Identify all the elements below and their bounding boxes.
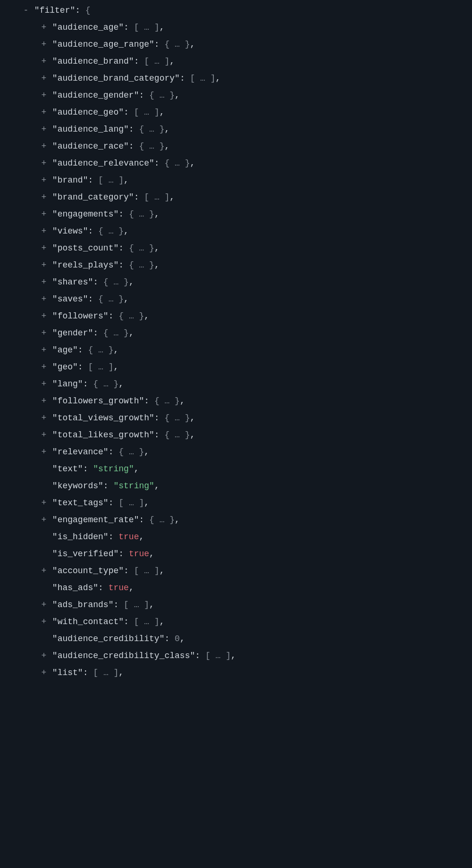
expand-icon[interactable]: + <box>41 409 47 426</box>
collapsed-placeholder[interactable]: { … } <box>118 311 144 321</box>
collapsed-placeholder[interactable]: { … } <box>98 294 124 304</box>
json-property-line: "is_verified": true, <box>0 545 472 562</box>
json-property-line: + "audience_relevance": { … }, <box>0 155 472 172</box>
json-property-line: + "audience_age_range": { … }, <box>0 36 472 53</box>
expand-icon[interactable]: + <box>41 138 47 155</box>
collapsed-placeholder[interactable]: { … } <box>98 226 124 236</box>
json-key: audience_geo <box>58 108 119 117</box>
collapsed-placeholder[interactable]: [ … ] <box>144 57 169 66</box>
brace-open: { <box>85 6 91 15</box>
expand-icon[interactable]: + <box>41 511 47 528</box>
json-key: reels_plays <box>58 260 114 270</box>
trailing-comma: , <box>154 260 160 270</box>
json-key: audience_brand <box>58 57 129 66</box>
trailing-comma: , <box>175 515 180 525</box>
json-key: age <box>58 345 73 355</box>
trailing-comma: , <box>154 481 160 491</box>
json-key: engagements <box>58 209 114 219</box>
expand-icon[interactable]: + <box>41 325 47 342</box>
json-property-line: + "brand": [ … ], <box>0 172 472 189</box>
expand-icon[interactable]: + <box>41 664 47 681</box>
expand-icon[interactable]: + <box>41 274 47 291</box>
expand-icon[interactable]: + <box>41 172 47 189</box>
expand-icon[interactable]: + <box>41 562 47 579</box>
expand-icon[interactable]: + <box>41 443 47 460</box>
collapsed-placeholder[interactable]: { … } <box>88 345 113 355</box>
collapsed-placeholder[interactable]: { … } <box>118 447 144 457</box>
collapsed-placeholder[interactable]: { … } <box>164 413 190 423</box>
collapsed-placeholder[interactable]: { … } <box>93 379 118 389</box>
collapsed-placeholder[interactable]: [ … ] <box>98 175 124 185</box>
expand-icon[interactable]: + <box>41 87 47 104</box>
expand-icon[interactable]: + <box>41 70 47 87</box>
collapsed-placeholder[interactable]: [ … ] <box>190 74 216 83</box>
expand-icon[interactable]: + <box>41 342 47 359</box>
collapsed-placeholder[interactable]: { … } <box>129 209 154 219</box>
json-key: audience_relevance <box>58 159 149 168</box>
json-property-line: + "audience_lang": { … }, <box>0 121 472 138</box>
expand-icon[interactable]: + <box>41 104 47 121</box>
trailing-comma: , <box>160 617 165 626</box>
json-property-line: + "list": [ … ], <box>0 664 472 681</box>
collapsed-placeholder[interactable]: { … } <box>129 243 154 253</box>
collapsed-placeholder[interactable]: [ … ] <box>205 651 231 660</box>
json-property-line: + "text_tags": [ … ], <box>0 494 472 511</box>
expand-icon[interactable]: + <box>41 189 47 206</box>
expand-icon[interactable]: + <box>41 613 47 630</box>
collapsed-placeholder[interactable]: { … } <box>164 159 190 168</box>
expand-icon[interactable]: + <box>41 121 47 138</box>
json-property-line: "keywords": "string", <box>0 477 472 494</box>
collapsed-placeholder[interactable]: [ … ] <box>134 617 160 626</box>
collapsed-placeholder[interactable]: { … } <box>139 142 164 151</box>
expand-icon[interactable]: + <box>41 223 47 240</box>
collapsed-placeholder[interactable]: [ … ] <box>124 600 149 609</box>
expand-icon[interactable]: + <box>41 155 47 172</box>
json-property-line: "text": "string", <box>0 460 472 477</box>
collapsed-placeholder[interactable]: [ … ] <box>134 108 160 117</box>
trailing-comma: , <box>113 345 118 355</box>
trailing-comma: , <box>144 498 149 508</box>
expand-icon[interactable]: + <box>41 206 47 223</box>
expand-icon[interactable]: + <box>41 257 47 274</box>
expand-icon[interactable]: + <box>41 19 47 36</box>
json-property-line: + "total_likes_growth": { … }, <box>0 426 472 443</box>
expand-icon[interactable]: + <box>41 647 47 664</box>
collapsed-placeholder[interactable]: [ … ] <box>93 668 118 677</box>
collapsed-placeholder[interactable]: { … } <box>149 515 175 525</box>
expand-icon[interactable]: + <box>41 376 47 392</box>
trailing-comma: , <box>129 277 134 287</box>
collapsed-placeholder[interactable]: { … } <box>164 430 190 440</box>
expand-icon[interactable]: + <box>41 308 47 325</box>
expand-icon[interactable]: + <box>41 392 47 409</box>
trailing-comma: , <box>160 23 165 32</box>
collapsed-placeholder[interactable]: [ … ] <box>134 23 160 32</box>
expand-icon[interactable]: + <box>41 494 47 511</box>
collapsed-placeholder[interactable]: { … } <box>103 328 129 338</box>
json-key: text_tags <box>58 498 103 508</box>
collapse-icon[interactable]: - <box>23 2 29 19</box>
expand-icon[interactable]: + <box>41 426 47 443</box>
collapsed-placeholder[interactable]: [ … ] <box>118 498 144 508</box>
expand-icon[interactable]: + <box>41 291 47 308</box>
json-key: audience_age_range <box>58 40 149 49</box>
collapsed-placeholder[interactable]: { … } <box>103 277 129 287</box>
json-property-line: + "views": { … }, <box>0 223 472 240</box>
collapsed-placeholder[interactable]: { … } <box>129 260 154 270</box>
collapsed-placeholder[interactable]: { … } <box>164 40 190 49</box>
expand-icon[interactable]: + <box>41 36 47 53</box>
trailing-comma: , <box>139 532 144 542</box>
json-key: views <box>58 226 83 236</box>
expand-icon[interactable]: + <box>41 596 47 613</box>
expand-icon[interactable]: + <box>41 53 47 70</box>
json-key: brand_category <box>58 192 129 202</box>
collapsed-placeholder[interactable]: [ … ] <box>134 566 160 576</box>
collapsed-placeholder[interactable]: { … } <box>154 396 180 406</box>
collapsed-placeholder[interactable]: [ … ] <box>144 192 169 202</box>
json-property-line: + "audience_credibility_class": [ … ], <box>0 647 472 664</box>
collapsed-placeholder[interactable]: [ … ] <box>88 362 113 372</box>
collapsed-placeholder[interactable]: { … } <box>149 91 175 100</box>
collapsed-placeholder[interactable]: { … } <box>139 125 164 134</box>
expand-icon[interactable]: + <box>41 240 47 257</box>
json-property-line: + "audience_geo": [ … ], <box>0 104 472 121</box>
expand-icon[interactable]: + <box>41 359 47 376</box>
